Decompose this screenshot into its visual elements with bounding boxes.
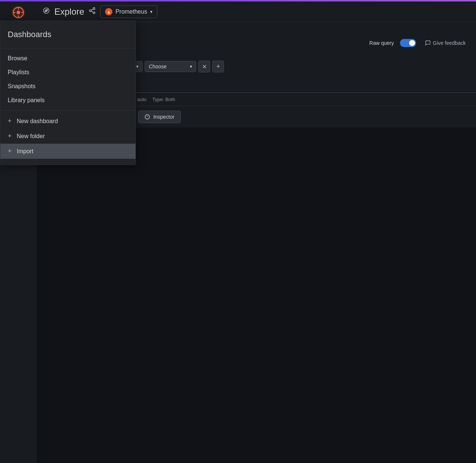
dashboard-dropdown-menu: Dashboards Browse Playlists Snapshots Li… xyxy=(0,21,136,165)
svg-line-19 xyxy=(91,11,94,12)
remove-filter-button[interactable]: ✕ xyxy=(198,61,210,72)
raw-query-label: Raw query xyxy=(369,40,394,46)
plus-icon: + xyxy=(8,132,12,140)
menu-divider-top xyxy=(0,48,136,49)
plus-icon: + xyxy=(8,117,12,125)
svg-point-17 xyxy=(90,10,91,12)
menu-item-new-folder[interactable]: + New folder xyxy=(0,129,136,144)
equals-chevron-icon: ▾ xyxy=(136,64,138,69)
give-feedback-button[interactable]: Give feedback xyxy=(422,39,469,47)
svg-point-18 xyxy=(93,12,95,14)
menu-item-import[interactable]: + Import xyxy=(0,144,136,159)
raw-query-toggle[interactable] xyxy=(400,39,416,47)
menu-divider-bottom xyxy=(0,110,136,111)
type-option[interactable]: Type: Both xyxy=(152,97,175,102)
inspector-button[interactable]: Inspector xyxy=(138,111,181,123)
header: Explore 🔥 Prometheus ▾ xyxy=(37,1,476,22)
menu-item-library-panels[interactable]: Library panels xyxy=(0,93,136,107)
share-icon[interactable] xyxy=(89,7,96,16)
add-filter-button[interactable]: + xyxy=(212,61,224,72)
svg-point-2 xyxy=(17,11,20,14)
top-bar xyxy=(0,0,476,1)
menu-title: Dashboards xyxy=(0,27,136,45)
plus-icon: + xyxy=(8,147,12,155)
choose-right-chevron-icon: ▾ xyxy=(190,64,192,69)
prometheus-icon: 🔥 xyxy=(105,8,112,15)
explore-compass-icon xyxy=(43,7,50,16)
menu-item-new-dashboard[interactable]: + New dashboard xyxy=(0,114,136,129)
choose-value-selector[interactable]: Choose ▾ xyxy=(145,61,196,72)
menu-item-browse[interactable]: Browse xyxy=(0,51,136,65)
menu-item-snapshots[interactable]: Snapshots xyxy=(0,79,136,93)
datasource-selector[interactable]: 🔥 Prometheus ▾ xyxy=(100,6,157,18)
datasource-chevron-icon: ▾ xyxy=(150,9,152,14)
svg-point-16 xyxy=(93,8,95,10)
menu-item-playlists[interactable]: Playlists xyxy=(0,65,136,79)
grafana-logo[interactable] xyxy=(11,5,26,20)
svg-marker-15 xyxy=(45,9,47,12)
page-title: Explore xyxy=(54,7,84,17)
svg-line-20 xyxy=(91,9,94,10)
